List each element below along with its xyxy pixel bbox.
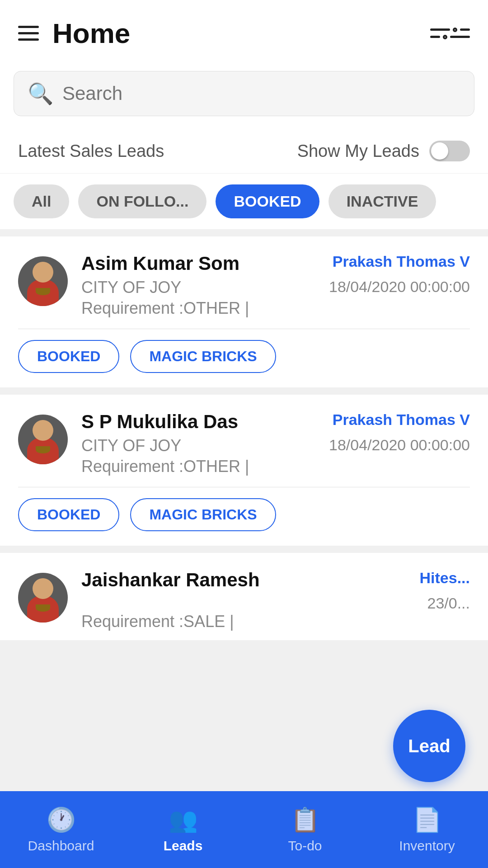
tab-on-follow[interactable]: ON FOLLO... xyxy=(78,184,206,218)
header: Home xyxy=(0,0,488,63)
lead-date: 18/04/2020 00:00:00 xyxy=(329,436,470,457)
card-tags: BOOKED MAGIC BRICKS xyxy=(18,498,470,531)
nav-label-dashboard: Dashboard xyxy=(28,838,94,854)
tab-all[interactable]: All xyxy=(14,184,69,218)
tab-booked[interactable]: BOOKED xyxy=(216,184,319,218)
lead-requirement: Requirement :OTHER | xyxy=(81,457,249,476)
lead-date: 23/0... xyxy=(427,594,470,612)
tag-booked[interactable]: BOOKED xyxy=(18,498,119,531)
card-tags: BOOKED MAGIC BRICKS xyxy=(18,340,470,373)
nav-item-inventory[interactable]: 📄 Inventory xyxy=(366,806,488,854)
show-my-leads-toggle[interactable] xyxy=(429,141,470,161)
fab-label: Lead xyxy=(408,736,450,756)
tag-booked[interactable]: BOOKED xyxy=(18,340,119,373)
search-icon: 🔍 xyxy=(28,81,53,106)
nav-item-dashboard[interactable]: 🕐 Dashboard xyxy=(0,806,122,854)
todo-icon: 📋 xyxy=(291,806,320,834)
show-my-leads-label: Show My Leads xyxy=(297,142,419,161)
card-top: Asim Kumar Som Prakash Thomas V CITY OF … xyxy=(18,253,470,318)
inventory-icon: 📄 xyxy=(413,806,442,834)
lead-card[interactable]: Asim Kumar Som Prakash Thomas V CITY OF … xyxy=(0,236,488,387)
lead-company: CITY OF JOY xyxy=(81,278,181,297)
lead-name: Jaishankar Ramesh xyxy=(81,569,260,591)
lead-agent: Prakash Thomas V xyxy=(333,411,470,429)
card-info: S P Mukulika Das Prakash Thomas V CITY O… xyxy=(81,411,470,476)
tag-magic-bricks[interactable]: MAGIC BRICKS xyxy=(130,340,276,373)
tag-magic-bricks[interactable]: MAGIC BRICKS xyxy=(130,498,276,531)
lead-agent: Hites... xyxy=(420,569,470,587)
lead-agent: Prakash Thomas V xyxy=(333,253,470,270)
bottom-nav: 🕐 Dashboard 👥 Leads 📋 To-do 📄 Inventory xyxy=(0,791,488,868)
card-info: Asim Kumar Som Prakash Thomas V CITY OF … xyxy=(81,253,470,318)
card-top: S P Mukulika Das Prakash Thomas V CITY O… xyxy=(18,411,470,476)
lead-date: 18/04/2020 00:00:00 xyxy=(329,278,470,299)
lead-card[interactable]: S P Mukulika Das Prakash Thomas V CITY O… xyxy=(0,395,488,546)
tab-inactive[interactable]: INACTIVE xyxy=(328,184,436,218)
nav-label-leads: Leads xyxy=(164,838,203,854)
card-name-row: Asim Kumar Som Prakash Thomas V xyxy=(81,253,470,274)
filter-settings-icon[interactable] xyxy=(430,28,470,39)
lead-requirement: Requirement :OTHER | xyxy=(81,299,249,317)
leads-list: Asim Kumar Som Prakash Thomas V CITY OF … xyxy=(0,236,488,722)
lead-company: CITY OF JOY xyxy=(81,436,181,455)
hamburger-icon[interactable] xyxy=(18,26,39,41)
nav-item-todo[interactable]: 📋 To-do xyxy=(244,806,366,854)
lead-name: Asim Kumar Som xyxy=(81,253,239,274)
card-meta-row: CITY OF JOY 18/04/2020 00:00:00 xyxy=(81,278,470,299)
page-title: Home xyxy=(52,17,130,49)
nav-item-leads[interactable]: 👥 Leads xyxy=(122,806,244,854)
lead-fab-button[interactable]: Lead xyxy=(393,710,465,782)
card-top: Jaishankar Ramesh Hites... 23/0... Requi… xyxy=(18,569,470,631)
card-name-row: S P Mukulika Das Prakash Thomas V xyxy=(81,411,470,433)
card-info: Jaishankar Ramesh Hites... 23/0... Requi… xyxy=(81,569,470,631)
card-meta-row: CITY OF JOY 18/04/2020 00:00:00 xyxy=(81,436,470,457)
search-bar[interactable]: 🔍 xyxy=(14,71,474,116)
nav-label-todo: To-do xyxy=(288,838,322,854)
header-left: Home xyxy=(18,17,130,49)
show-my-leads-section: Show My Leads xyxy=(297,141,470,161)
card-name-row: Jaishankar Ramesh Hites... xyxy=(81,569,470,591)
nav-label-inventory: Inventory xyxy=(399,838,455,854)
dashboard-icon: 🕐 xyxy=(47,806,76,834)
latest-sales-leads-label: Latest Sales Leads xyxy=(18,142,164,161)
avatar xyxy=(18,256,68,306)
lead-card[interactable]: Jaishankar Ramesh Hites... 23/0... Requi… xyxy=(0,553,488,640)
avatar xyxy=(18,415,68,464)
lead-requirement: Requirement :SALE | xyxy=(81,612,234,631)
leads-icon: 👥 xyxy=(169,806,198,834)
avatar xyxy=(18,573,68,623)
toggle-row: Latest Sales Leads Show My Leads xyxy=(0,129,488,174)
card-meta-row: 23/0... xyxy=(81,594,470,612)
filter-tabs: All ON FOLLO... BOOKED INACTIVE xyxy=(0,174,488,229)
lead-name: S P Mukulika Das xyxy=(81,411,238,433)
search-bar-container: 🔍 xyxy=(0,63,488,129)
card-divider xyxy=(18,487,470,487)
card-divider xyxy=(18,329,470,329)
search-input[interactable] xyxy=(62,83,460,104)
